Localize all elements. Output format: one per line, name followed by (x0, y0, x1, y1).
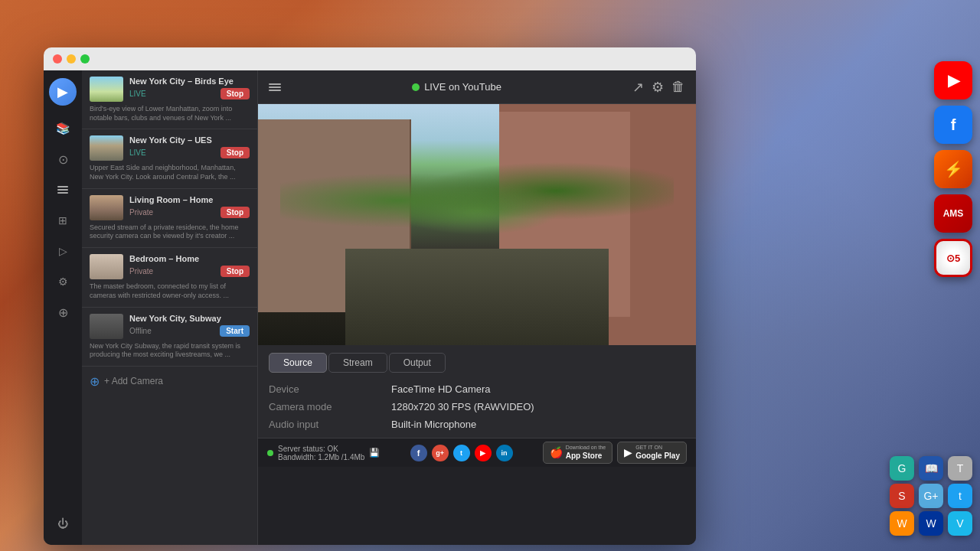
sidebar-logo[interactable]: ▶ (49, 78, 77, 106)
dock-t[interactable]: T (948, 456, 972, 481)
audio-input-label: Audio input (269, 419, 391, 430)
camera-action-btn-1[interactable]: Stop (220, 147, 250, 158)
trash-icon: 🗑 (671, 79, 685, 95)
sidebar-item-grid[interactable]: ⊞ (49, 207, 77, 234)
tab-stream[interactable]: Stream (328, 353, 387, 373)
dock-facebook[interactable]: f (934, 106, 972, 144)
footer-right: 🍎 Download on the App Store ▶ GET IT ON … (543, 442, 687, 463)
wp2-icon: W (926, 517, 936, 530)
camera-list: New York City – Birds Eye LIVE Stop Bird… (82, 70, 258, 545)
add-camera-icon: ⊕ (90, 374, 100, 389)
camera-action-btn-4[interactable]: Start (220, 325, 250, 337)
social-facebook[interactable]: f (410, 445, 427, 461)
power-icon: ⏻ (57, 517, 68, 530)
app-store-button[interactable]: 🍎 Download on the App Store (543, 442, 613, 463)
facebook-dock-icon: f (951, 116, 956, 134)
dock-s[interactable]: S (890, 484, 914, 508)
sidebar-item-video[interactable]: ▷ (49, 237, 77, 265)
maximize-button[interactable] (80, 54, 90, 64)
camera-action-btn-2[interactable]: Stop (220, 207, 250, 218)
toolbar-center: LIVE on YouTube (281, 81, 632, 93)
camera-name-0: New York City – Birds Eye (129, 77, 250, 86)
dock-twitter[interactable]: t (948, 484, 972, 508)
camera-desc-1: Upper East Side and neighborhood, Manhat… (90, 164, 250, 181)
camera-thumb-2 (90, 195, 123, 220)
social-googleplus[interactable]: g+ (432, 445, 449, 461)
tab-row: Source Stream Output (269, 353, 685, 373)
g-icon: G (898, 462, 906, 474)
dock-wp[interactable]: W (890, 511, 914, 536)
sidebar-item-book[interactable]: 📚 (49, 115, 77, 142)
dock-s5[interactable]: ⊙5 (934, 239, 972, 277)
device-label: Device (269, 383, 391, 395)
street-scene (258, 104, 696, 345)
footer-left: Server status: OK Bandwidth: 1.2Mb /1.4M… (267, 445, 380, 461)
video-preview (258, 104, 696, 345)
sidebar-item-location[interactable]: ⊙ (49, 145, 77, 173)
dock-wp2[interactable]: W (919, 511, 943, 536)
camera-desc-0: Bird's-eye view of Lower Manhattan, zoom… (90, 105, 250, 122)
camera-item-0[interactable]: New York City – Birds Eye LIVE Stop Bird… (82, 70, 257, 129)
social-twitter[interactable]: t (453, 445, 470, 461)
camera-status-1: LIVE (129, 148, 146, 157)
sidebar-item-settings[interactable]: ⚙ (49, 268, 77, 295)
sidebar-icons: ▶ 📚 ⊙ ⊞ ▷ ⚙ (44, 70, 82, 545)
tab-output[interactable]: Output (389, 353, 446, 373)
google-play-icon: ▶ (624, 446, 632, 458)
main-content: LIVE on YouTube ↗ ⚙ 🗑 (258, 70, 696, 545)
dock-row-3: W W V (890, 511, 972, 536)
menu-button[interactable] (269, 83, 281, 91)
social-linkedin[interactable]: in (496, 445, 513, 461)
add-icon: ⊕ (58, 305, 68, 320)
vimeo-icon: V (956, 517, 963, 530)
audio-input-value: Built-in Microphone (391, 419, 476, 430)
minimize-button[interactable] (67, 54, 76, 64)
camera-item-1[interactable]: New York City – UES LIVE Stop Upper East… (82, 129, 257, 188)
status-dot (267, 450, 273, 456)
dock-youtube[interactable]: ▶ (934, 61, 972, 99)
dock-g[interactable]: G (890, 456, 914, 481)
grid-icon: ⊞ (58, 214, 67, 227)
title-bar (44, 47, 696, 70)
toolbar-right: ↗ ⚙ 🗑 (632, 79, 685, 96)
app-body: ▶ 📚 ⊙ ⊞ ▷ ⚙ (44, 70, 696, 545)
source-info: Device FaceTime HD Camera Camera mode 12… (269, 383, 685, 430)
close-button[interactable] (53, 54, 62, 64)
dock-vimeo[interactable]: V (948, 511, 972, 536)
dock-lightning[interactable]: ⚡ (934, 150, 972, 188)
dock-bottom-right: G 📖 T S G+ t W W V (890, 456, 972, 536)
twitter-icon: t (959, 490, 962, 502)
camera-status-2: Private (129, 208, 153, 217)
social-youtube[interactable]: ▶ (475, 445, 492, 461)
s5-dock-icon: ⊙5 (946, 253, 960, 264)
share-icon: ↗ (632, 79, 644, 96)
camera-action-btn-3[interactable]: Stop (220, 266, 250, 277)
sidebar-item-power[interactable]: ⏻ (49, 510, 77, 537)
delete-button[interactable]: 🗑 (671, 79, 685, 95)
share-button[interactable]: ↗ (632, 79, 644, 96)
dock-ams[interactable]: AMS (934, 194, 972, 233)
add-camera-label: + Add Camera (104, 376, 163, 386)
camera-name-3: Bedroom – Home (129, 254, 250, 263)
google-play-button[interactable]: ▶ GET IT ON Google Play (617, 442, 687, 463)
youtube-dock-icon: ▶ (948, 71, 959, 90)
settings-button[interactable]: ⚙ (652, 79, 664, 96)
camera-status-4: Offline (129, 327, 152, 335)
logo-play-icon: ▶ (57, 83, 68, 100)
add-camera-button[interactable]: ⊕+ Add Camera (82, 367, 257, 396)
book-icon: 📚 (56, 122, 70, 135)
camera-item-4[interactable]: New York City, Subway Offline Start New … (82, 308, 257, 367)
t-icon: T (957, 462, 964, 474)
camera-item-2[interactable]: Living Room – Home Private Stop Secured … (82, 189, 257, 248)
camera-action-btn-0[interactable]: Stop (220, 88, 250, 99)
sidebar-item-add[interactable]: ⊕ (49, 298, 77, 326)
sidebar-item-list[interactable] (49, 176, 77, 204)
camera-mode-label: Camera mode (269, 401, 391, 412)
dock-g2[interactable]: G+ (919, 484, 943, 508)
apple-icon: 🍎 (550, 446, 563, 458)
dock-book[interactable]: 📖 (919, 456, 943, 481)
tab-source[interactable]: Source (269, 353, 327, 373)
camera-desc-4: New York City Subway, the rapid transit … (90, 342, 250, 360)
camera-item-3[interactable]: Bedroom – Home Private Stop The master b… (82, 248, 257, 307)
audio-input-row: Audio input Built-in Microphone (269, 419, 685, 430)
